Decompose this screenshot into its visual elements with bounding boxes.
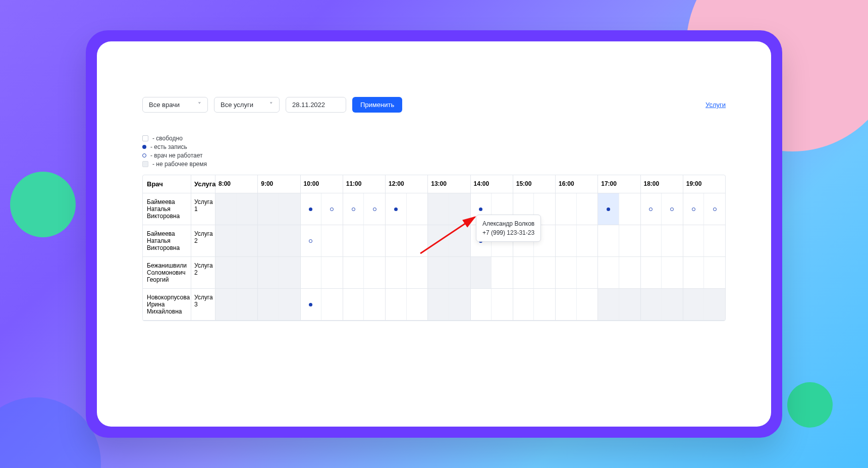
time-slot[interactable] xyxy=(407,193,428,225)
date-input-value: 28.11.2022 xyxy=(292,101,325,109)
service-select-value: Все услуги xyxy=(221,101,253,109)
hour-header: 13:00 xyxy=(428,175,470,193)
booked-dot-icon xyxy=(607,207,610,211)
time-slot[interactable] xyxy=(534,289,555,320)
legend-non-work-hours: - не рабочее время xyxy=(142,161,726,168)
time-slot[interactable] xyxy=(556,193,577,225)
legend-not-working-label: - врач не работает xyxy=(150,152,202,159)
apply-button[interactable]: Применить xyxy=(352,97,402,113)
time-slot[interactable] xyxy=(343,193,364,225)
date-input[interactable]: 28.11.2022 xyxy=(286,97,346,113)
time-slot[interactable] xyxy=(683,193,704,225)
time-slot[interactable] xyxy=(513,289,534,320)
time-slot[interactable] xyxy=(343,257,364,288)
time-slot[interactable] xyxy=(619,257,640,288)
time-slot[interactable] xyxy=(577,225,598,256)
booked-dot-icon xyxy=(479,207,482,211)
service-select[interactable]: Все услуги ˅ xyxy=(214,97,280,113)
time-slot[interactable] xyxy=(662,193,683,225)
time-slot[interactable] xyxy=(301,289,322,320)
time-slot[interactable] xyxy=(386,257,407,288)
time-slot[interactable] xyxy=(704,225,725,256)
time-slot[interactable] xyxy=(301,257,322,288)
hour-header: 11:00 xyxy=(343,175,385,193)
time-slot[interactable] xyxy=(321,225,343,256)
time-slot[interactable] xyxy=(471,289,492,320)
time-slot[interactable] xyxy=(343,289,364,320)
time-slot[interactable] xyxy=(301,193,322,225)
schedule-row: Баймеева Наталья ВикторовнаУслуга 1 xyxy=(143,193,725,225)
time-slot[interactable] xyxy=(343,225,364,256)
doctor-select-value: Все врачи xyxy=(149,101,180,109)
time-slot[interactable] xyxy=(321,193,343,225)
time-slot xyxy=(215,193,237,225)
time-slot xyxy=(449,289,470,320)
time-slot[interactable] xyxy=(301,225,322,256)
time-slot[interactable] xyxy=(492,289,513,320)
time-slot[interactable] xyxy=(364,257,385,288)
time-slot[interactable] xyxy=(513,257,534,288)
time-slot[interactable] xyxy=(407,289,428,320)
app-screen: Все врачи ˅ Все услуги ˅ 28.11.2022 Прим… xyxy=(97,41,771,427)
time-slot[interactable] xyxy=(641,257,662,288)
appointment-tooltip: Александр Волков +7 (999) 123-31-23 xyxy=(476,215,541,242)
time-slot xyxy=(279,289,300,320)
hour-header: 8:00 xyxy=(215,175,257,193)
time-slot[interactable] xyxy=(619,225,640,256)
time-slot[interactable] xyxy=(386,225,407,256)
time-slot[interactable] xyxy=(641,225,662,256)
time-slot[interactable] xyxy=(577,289,598,320)
time-slot xyxy=(662,289,683,320)
time-slot[interactable] xyxy=(683,225,704,256)
bg-decor-teal-left xyxy=(10,172,76,237)
time-slot[interactable] xyxy=(704,193,725,225)
time-slot[interactable] xyxy=(598,225,619,256)
time-slot xyxy=(471,257,492,288)
time-slot[interactable] xyxy=(407,225,428,256)
time-slot[interactable] xyxy=(577,257,598,288)
legend-non-work-hours-label: - не рабочее время xyxy=(152,161,207,168)
time-slot[interactable] xyxy=(386,289,407,320)
time-slot[interactable] xyxy=(364,225,385,256)
time-slot[interactable] xyxy=(407,257,428,288)
legend-booked: - есть запись xyxy=(142,143,726,150)
not-working-dot-icon xyxy=(309,239,312,243)
time-slot[interactable] xyxy=(364,193,385,225)
time-slot[interactable] xyxy=(556,257,577,288)
time-slot xyxy=(704,289,725,320)
time-slot[interactable] xyxy=(534,257,555,288)
services-link[interactable]: Услуги xyxy=(706,101,726,109)
time-slot[interactable] xyxy=(641,193,662,225)
time-slot[interactable] xyxy=(386,193,407,225)
legend-free: - свободно xyxy=(142,135,726,142)
time-slot[interactable] xyxy=(662,257,683,288)
time-slot[interactable] xyxy=(364,289,385,320)
doctor-select[interactable]: Все врачи ˅ xyxy=(142,97,208,113)
hour-header: 14:00 xyxy=(471,175,513,193)
doctor-name-cell: Баймеева Наталья Викторовна xyxy=(143,193,191,225)
time-slot[interactable] xyxy=(662,225,683,256)
legend-swatch-free xyxy=(142,135,148,141)
time-slot[interactable] xyxy=(492,257,513,288)
time-slot[interactable] xyxy=(704,257,725,288)
time-slot[interactable] xyxy=(683,257,704,288)
legend-booked-label: - есть запись xyxy=(150,143,187,150)
schedule-row: Бежанишвили Соломонович ГеоргийУслуга 2 xyxy=(143,257,725,289)
time-slot xyxy=(258,257,279,288)
time-slot[interactable] xyxy=(598,193,619,225)
hour-header: 15:00 xyxy=(513,175,555,193)
booked-dot-icon xyxy=(309,207,312,211)
time-slot xyxy=(683,289,704,320)
time-slot[interactable] xyxy=(577,193,598,225)
legend: - свободно - есть запись - врач не работ… xyxy=(142,135,726,168)
time-slot[interactable] xyxy=(598,257,619,288)
device-frame: Все врачи ˅ Все услуги ˅ 28.11.2022 Прим… xyxy=(86,30,782,438)
time-slot xyxy=(237,257,258,288)
time-slot xyxy=(237,225,258,256)
hour-header: 19:00 xyxy=(683,175,725,193)
time-slot[interactable] xyxy=(556,289,577,320)
time-slot[interactable] xyxy=(321,257,343,288)
time-slot[interactable] xyxy=(619,193,640,225)
time-slot[interactable] xyxy=(556,225,577,256)
time-slot[interactable] xyxy=(321,289,343,320)
